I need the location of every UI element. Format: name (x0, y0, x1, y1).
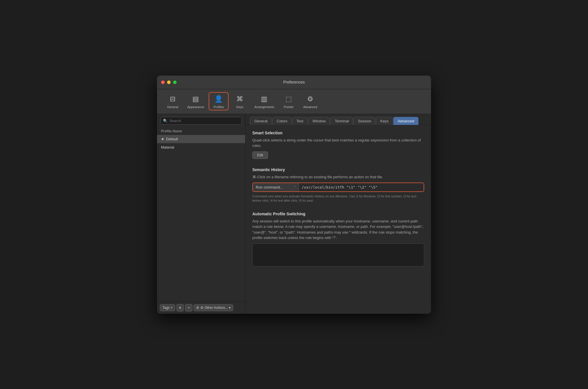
aps-desc: Any session will switch to this profile … (252, 218, 424, 241)
add-profile-button[interactable]: + (176, 304, 184, 311)
preferences-window: Preferences ⊟ General ▤ Appearance 👤 Pro… (157, 76, 431, 314)
command-select-wrap[interactable]: Run command... ⌃ (253, 183, 299, 191)
smart-selection-section: Smart Selection Quad-click selects a str… (252, 131, 424, 159)
star-icon: ★ (161, 137, 164, 141)
other-actions-label: ⚙ Other Actions... (200, 306, 228, 310)
toolbar-item-appearance[interactable]: ▤ Appearance (184, 92, 208, 110)
profile-list: Profile Name ★ Default Material (157, 127, 245, 301)
panel-content: Smart Selection Quad-click selects a str… (245, 125, 431, 314)
other-actions-button[interactable]: ⚙ ⚙ Other Actions... ▾ (194, 304, 233, 311)
maximize-button[interactable] (173, 80, 177, 84)
window-title: Preferences (283, 80, 305, 84)
tags-button[interactable]: Tags > (160, 304, 175, 311)
semantic-history-title: Semantic History (252, 167, 424, 172)
toolbar-item-profiles[interactable]: 👤 Profiles (209, 92, 229, 110)
toolbar-label-pointer: Pointer (284, 105, 294, 109)
minimize-button[interactable] (167, 80, 171, 84)
search-bar[interactable]: 🔍 (160, 117, 242, 125)
title-bar: Preferences (157, 76, 431, 89)
smart-selection-title: Smart Selection (252, 131, 424, 135)
close-button[interactable] (161, 80, 165, 84)
general-icon: ⊟ (168, 94, 178, 104)
command-input[interactable] (299, 183, 424, 191)
traffic-lights (161, 80, 177, 84)
semantic-history-row: Run command... ⌃ (252, 183, 424, 192)
tab-session[interactable]: Session (354, 117, 375, 125)
profile-list-header: Profile Name (157, 127, 245, 135)
profiles-icon: 👤 (214, 94, 224, 104)
toolbar-item-general[interactable]: ⊟ General (163, 92, 183, 110)
tab-colors[interactable]: Colors (272, 117, 292, 125)
aps-table (252, 244, 424, 266)
toolbar-label-profiles: Profiles (214, 105, 224, 109)
sidebar: 🔍 Profile Name ★ Default Material Tags >… (157, 114, 245, 314)
search-icon: 🔍 (163, 119, 168, 123)
remove-profile-button[interactable]: − (185, 304, 192, 311)
command-select[interactable]: Run command... (253, 183, 299, 191)
aps-title: Automatic Profile Switching (252, 212, 424, 216)
toolbar-label-keys: Keys (236, 105, 243, 109)
tab-terminal[interactable]: Terminal (331, 117, 353, 125)
profile-name-default: Default (166, 137, 178, 141)
semantic-history-section: Semantic History ⌘-Click on a filename r… (252, 167, 424, 203)
tab-text[interactable]: Text (292, 117, 308, 125)
toolbar-item-arrangements[interactable]: ▥ Arrangements (251, 92, 277, 110)
toolbar-item-advanced[interactable]: ⚙ Advanced (300, 92, 321, 110)
appearance-icon: ▤ (191, 94, 201, 104)
profile-row-material[interactable]: Material (157, 143, 245, 151)
search-input[interactable] (169, 119, 239, 123)
dropdown-arrow-icon: ▾ (229, 306, 231, 310)
tab-keys[interactable]: Keys (376, 117, 393, 125)
toolbar-label-advanced: Advanced (303, 105, 317, 109)
tab-general[interactable]: General (250, 117, 272, 125)
profile-name-material: Material (161, 145, 174, 149)
right-panel: General Colors Text Window Terminal Sess… (245, 114, 431, 314)
arrangements-icon: ▥ (259, 94, 269, 104)
smart-selection-desc: Quad-click selects a string under the cu… (252, 137, 424, 149)
keys-icon: ⌘ (235, 94, 245, 104)
semantic-history-hint: Command runs when you activate Semantic … (252, 194, 424, 203)
profile-row-default[interactable]: ★ Default (157, 135, 245, 143)
toolbar-label-appearance: Appearance (187, 105, 204, 109)
edit-button[interactable]: Edit (252, 151, 268, 159)
toolbar-label-general: General (167, 105, 178, 109)
toolbar-label-arrangements: Arrangements (254, 105, 274, 109)
gear-icon: ⚙ (196, 306, 199, 310)
sidebar-footer: Tags > + − ⚙ ⚙ Other Actions... ▾ (157, 301, 245, 314)
main-content: 🔍 Profile Name ★ Default Material Tags >… (157, 114, 431, 314)
toolbar: ⊟ General ▤ Appearance 👤 Profiles ⌘ Keys… (157, 89, 431, 114)
semantic-history-desc: ⌘-Click on a filename referring to an ex… (252, 174, 424, 180)
advanced-icon: ⚙ (305, 94, 315, 104)
pointer-icon: ⬚ (283, 94, 294, 104)
tab-advanced[interactable]: Advanced (393, 117, 418, 125)
automatic-profile-switching-section: Automatic Profile Switching Any session … (252, 212, 424, 266)
tab-window[interactable]: Window (308, 117, 330, 125)
toolbar-item-pointer[interactable]: ⬚ Pointer (279, 92, 299, 110)
tab-bar: General Colors Text Window Terminal Sess… (245, 114, 431, 125)
toolbar-item-keys[interactable]: ⌘ Keys (230, 92, 250, 110)
